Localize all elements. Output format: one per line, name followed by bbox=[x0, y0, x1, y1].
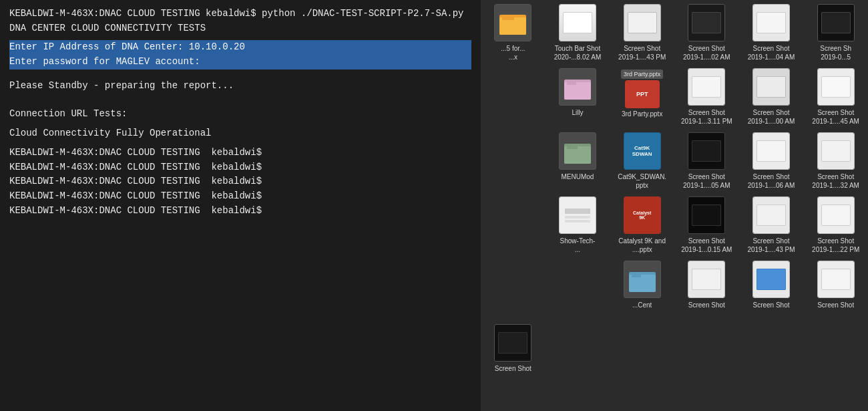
file-label: Screen Shot bbox=[817, 301, 854, 309]
list-item[interactable]: Catalyst9K Catalyst 9K and....pptx bbox=[610, 192, 674, 257]
file-label: Screen Shot2019-1....02 AM bbox=[683, 44, 730, 61]
file-label: Show-Tech-... bbox=[560, 237, 596, 254]
file-browser-panel: ...5 for......x Touch Bar Shot2020-...8.… bbox=[481, 0, 868, 411]
list-item[interactable]: Touch Bar Shot2020-...8.02 AM bbox=[546, 0, 610, 64]
list-item[interactable]: Screen Shot2019-1....22 PM bbox=[803, 192, 868, 257]
list-item[interactable]: Screen Shot2019-1...0.15 AM bbox=[674, 192, 739, 257]
list-item bbox=[546, 257, 610, 320]
terminal-line-result: Cloud Connectivity Fully Operational bbox=[9, 126, 471, 141]
list-item[interactable]: Screen Shot bbox=[739, 257, 804, 320]
file-label: Screen Shot bbox=[688, 301, 725, 309]
file-label: ...Cent bbox=[632, 301, 652, 309]
list-item[interactable]: Screen Shot2019-1....04 AM bbox=[739, 0, 804, 64]
list-item[interactable]: MENUMod bbox=[546, 128, 610, 192]
file-label: Screen Shot2019-1....05 AM bbox=[683, 172, 730, 190]
terminal-line-url: Connection URL Tests: bbox=[9, 107, 471, 122]
list-item[interactable]: Screen Shot2019-1....06 AM bbox=[739, 128, 804, 192]
terminal-line-p4: KEBALDWI-M-463X:DNAC CLOUD TESTING kebal… bbox=[9, 189, 471, 204]
list-item bbox=[481, 128, 546, 192]
file-label: Screen Shot2019-1....22 PM bbox=[812, 237, 859, 254]
list-item[interactable]: Screen Sh2019-0...5 bbox=[803, 0, 868, 64]
terminal-line-p2: KEBALDWI-M-463X:DNAC CLOUD TESTING kebal… bbox=[9, 160, 471, 175]
file-label: Screen Shot2019-1....43 PM bbox=[618, 44, 666, 61]
list-item bbox=[481, 257, 546, 320]
list-item[interactable]: Lilly bbox=[546, 64, 610, 128]
list-item[interactable]: Screen Shot2019-1....43 PM bbox=[739, 192, 804, 257]
file-label: Screen Shot2019-1....45 AM bbox=[812, 108, 859, 126]
file-label: Catalyst 9K and....pptx bbox=[618, 237, 666, 254]
file-label: Screen Sh2019-0...5 bbox=[820, 44, 851, 61]
list-item[interactable]: Screen Shot2019-1...3.11 PM bbox=[674, 64, 739, 128]
file-label: Screen Shot2019-1....00 AM bbox=[748, 108, 795, 126]
list-item[interactable]: Screen Shot bbox=[803, 257, 868, 320]
list-item[interactable]: Screen Shot2019-1....00 AM bbox=[739, 64, 804, 128]
file-label: Lilly bbox=[572, 108, 583, 117]
terminal-line-1: KEBALDWI-M-463X:DNAC CLOUD TESTING kebal… bbox=[9, 7, 471, 21]
list-item[interactable]: ...5 for......x bbox=[481, 0, 546, 64]
terminal-line-ip: Enter IP Address of DNA Center: 10.10.0.… bbox=[9, 40, 471, 55]
file-label: 3rd Party.pptx bbox=[622, 110, 663, 118]
list-item[interactable]: Screen Shot2019-1....43 PM bbox=[610, 0, 674, 64]
terminal-line-pass: Enter password for MAGLEV account: bbox=[9, 55, 471, 70]
list-item[interactable]: ...Cent bbox=[610, 257, 674, 320]
list-item[interactable]: Screen Shot bbox=[481, 320, 546, 384]
file-label: ...5 for......x bbox=[501, 44, 525, 61]
list-item[interactable]: Screen Shot2019-1....45 AM bbox=[803, 64, 868, 128]
list-item[interactable]: Screen Shot2019-1....32 AM bbox=[803, 128, 868, 192]
file-label: Cat9K_SDWAN.pptx bbox=[618, 172, 666, 190]
file-label: Screen Shot2019-1....06 AM bbox=[748, 172, 795, 190]
list-item[interactable]: Cat9KSDWAN Cat9K_SDWAN.pptx bbox=[610, 128, 674, 192]
svg-rect-11 bbox=[632, 275, 641, 277]
terminal-line-p1: KEBALDWI-M-463X:DNAC CLOUD TESTING kebal… bbox=[9, 146, 471, 160]
svg-rect-8 bbox=[567, 146, 578, 149]
list-item[interactable]: Screen Shot2019-1....05 AM bbox=[674, 128, 739, 192]
terminal-panel: KEBALDWI-M-463X:DNAC CLOUD TESTING kebal… bbox=[0, 0, 481, 411]
file-label: MENUMod bbox=[562, 172, 594, 181]
file-label: Touch Bar Shot2020-...8.02 AM bbox=[554, 44, 602, 61]
list-item bbox=[481, 192, 546, 257]
list-item[interactable]: Show-Tech-... bbox=[546, 192, 610, 257]
list-item bbox=[481, 64, 546, 128]
list-item[interactable]: Screen Shot2019-1....02 AM bbox=[674, 0, 739, 64]
terminal-line-2: DNA CENTER CLOUD CONNECTIVITY TESTS bbox=[9, 21, 471, 36]
list-item[interactable]: 3rd Party.pptx PPT 3rd Party.pptx bbox=[610, 64, 674, 128]
file-label: Screen Shot bbox=[495, 364, 531, 373]
file-label: Screen Shot2019-1....32 AM bbox=[812, 172, 859, 190]
file-label: Screen Shot2019-1...3.11 PM bbox=[681, 108, 732, 126]
file-label: Screen Shot2019-1....04 AM bbox=[748, 44, 795, 61]
file-grid: ...5 for......x Touch Bar Shot2020-...8.… bbox=[481, 0, 868, 384]
file-label: Screen Shot2019-1...0.15 AM bbox=[681, 237, 732, 254]
terminal-line-p3: KEBALDWI-M-463X:DNAC CLOUD TESTING kebal… bbox=[9, 174, 471, 189]
terminal-line-p5: KEBALDWI-M-463X:DNAC CLOUD TESTING kebal… bbox=[9, 204, 471, 219]
file-label: Screen Shot2019-1....43 PM bbox=[747, 237, 795, 254]
badge-3rd-party: 3rd Party.pptx bbox=[621, 70, 663, 79]
svg-rect-5 bbox=[567, 82, 576, 85]
file-label: Screen Shot bbox=[752, 301, 789, 309]
terminal-line-standby: Please Standby - preparing the report... bbox=[9, 79, 471, 94]
svg-rect-2 bbox=[502, 17, 514, 20]
list-item[interactable]: Screen Shot bbox=[674, 257, 739, 320]
